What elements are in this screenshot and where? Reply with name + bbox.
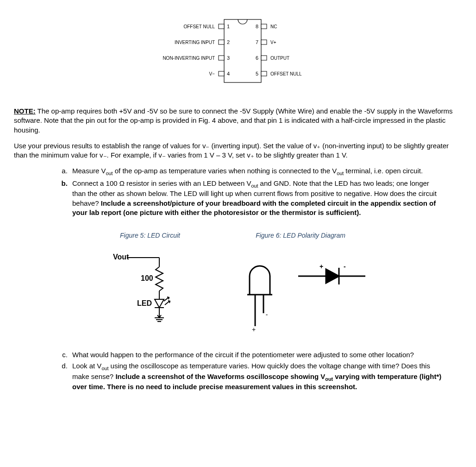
svg-text:8: 8 [256,24,258,29]
svg-line-31 [164,297,169,301]
figure-6: Figure 6: LED Polarity Diagram + - + [233,231,368,332]
svg-text:LED: LED [137,299,152,307]
led-polarity-icon: + - + - [233,248,368,332]
svg-text:OUTPUT: OUTPUT [270,56,289,61]
svg-text:1: 1 [227,24,230,29]
svg-text:OFFSET NULL: OFFSET NULL [270,71,302,76]
note-paragraph: NOTE: The op-amp requires both +5V and -… [14,107,462,135]
led-circuit-icon: Vout 100 LED [108,248,192,332]
task-c: What would happen to the performance of … [69,350,462,360]
task-list: Measure Vout of the op-amp as temperatur… [14,166,462,217]
task-a: Measure Vout of the op-amp as temperatur… [69,166,462,177]
svg-text:3: 3 [227,55,230,61]
svg-text:100: 100 [141,274,153,282]
svg-rect-16 [261,40,267,44]
figure-5-caption: Figure 5: LED Circuit [108,231,192,240]
svg-text:+: + [252,326,256,332]
svg-rect-1 [219,24,224,29]
svg-text:Vout: Vout [113,253,129,261]
note-prefix: NOTE: [14,107,36,115]
svg-text:NON-INVERTING INPUT: NON-INVERTING INPUT [163,56,215,61]
svg-rect-22 [261,71,267,76]
chip-icon: 1 OFFSET NULL 2 INVERTING INPUT 3 NON-IN… [118,14,358,88]
svg-text:2: 2 [227,39,230,45]
ic-pinout-diagram: 1 OFFSET NULL 2 INVERTING INPUT 3 NON-IN… [14,14,462,88]
svg-text:7: 7 [256,39,258,45]
svg-rect-13 [261,24,267,29]
task-d: Look at Vout using the oscilloscope as t… [69,361,462,391]
svg-text:-: - [344,263,346,270]
svg-rect-7 [219,56,224,60]
svg-rect-4 [219,40,224,44]
svg-rect-10 [219,71,224,76]
svg-line-32 [165,301,169,305]
task-b: Connect a 100 Ω resistor in series with … [69,179,462,217]
svg-text:-: - [266,311,268,318]
instruction-paragraph: Use your previous results to establish t… [14,141,462,160]
note-body: The op-amp requires both +5V and -5V so … [14,107,453,134]
svg-text:INVERTING INPUT: INVERTING INPUT [175,40,215,45]
svg-text:4: 4 [227,71,230,76]
figure-5: Figure 5: LED Circuit [108,231,192,332]
svg-marker-28 [155,299,164,308]
svg-text:V−: V− [209,71,215,76]
svg-text:V+: V+ [270,40,276,45]
task-list-2: What would happen to the performance of … [14,350,462,392]
svg-text:+: + [319,263,323,270]
svg-rect-19 [261,56,267,60]
figure-6-caption: Figure 6: LED Polarity Diagram [233,231,368,240]
svg-text:OFFSET NULL: OFFSET NULL [183,24,215,29]
svg-text:NC: NC [270,24,277,29]
svg-text:6: 6 [256,55,258,61]
svg-marker-47 [326,269,339,283]
svg-text:5: 5 [256,71,258,76]
figures-row: Figure 5: LED Circuit [14,231,462,332]
